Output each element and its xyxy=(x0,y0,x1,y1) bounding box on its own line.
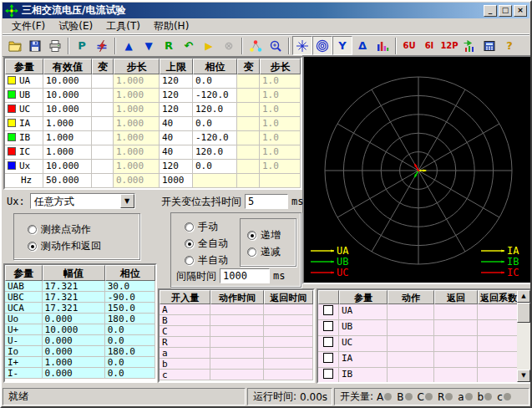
checkbox-cell[interactable] xyxy=(318,352,339,368)
molecule-icon xyxy=(249,39,262,53)
vertical-scrollbar[interactable]: ▲ ▼ xyxy=(517,290,530,382)
row-checkbox[interactable] xyxy=(323,369,333,379)
radio-icon[interactable] xyxy=(185,239,194,248)
radio-icon[interactable] xyxy=(185,222,194,232)
debounce-input[interactable]: 5 xyxy=(245,194,288,209)
step-down-button[interactable]: ▼ xyxy=(139,36,159,55)
radio-icon[interactable] xyxy=(28,242,37,251)
radio-icon[interactable] xyxy=(185,256,194,265)
column-header[interactable]: 变 xyxy=(92,59,114,74)
value-cell[interactable]: 10.000 xyxy=(43,89,92,103)
value-cell[interactable]: 0.0 xyxy=(193,160,237,174)
switch-name: b xyxy=(478,391,484,403)
calculator-button[interactable] xyxy=(479,36,499,55)
checkbox-cell[interactable] xyxy=(318,368,339,384)
menu-help[interactable]: 帮助(H) xyxy=(148,18,195,35)
column-header[interactable]: 有效值 xyxy=(43,59,92,74)
column-header[interactable]: 开入量 xyxy=(160,290,210,304)
value-cell[interactable] xyxy=(193,174,237,188)
column-header[interactable]: 上限 xyxy=(160,59,193,74)
undo-button[interactable]: ↶ xyxy=(179,36,199,55)
column-header[interactable]: 动作 xyxy=(388,290,434,304)
reset-button[interactable]: R xyxy=(159,36,179,55)
menu-test[interactable]: 试验(E) xyxy=(53,18,99,35)
column-header[interactable]: 变 xyxy=(237,59,260,74)
column-header[interactable]: 返回系数 xyxy=(478,290,519,304)
start-test-button[interactable]: ▶ xyxy=(199,36,219,55)
value-cell[interactable]: 0.0 xyxy=(193,117,237,131)
column-header[interactable]: 动作时间 xyxy=(210,290,263,304)
chevron-down-icon[interactable]: ▼ xyxy=(120,194,134,208)
checkbox-cell[interactable] xyxy=(318,320,339,336)
direction-option[interactable]: 递减 xyxy=(247,245,296,259)
column-header[interactable]: 返回 xyxy=(434,290,478,304)
column-header[interactable]: 参量 xyxy=(5,59,43,74)
rings-view-button[interactable] xyxy=(312,36,332,55)
six-i-button[interactable]: 6I xyxy=(419,36,439,55)
auto-mode-option[interactable]: 全自动 xyxy=(185,237,248,251)
menu-file[interactable]: 文件(F) xyxy=(6,18,51,35)
scroll-down-icon[interactable]: ▼ xyxy=(517,370,530,382)
value-cell[interactable]: 1.000 xyxy=(43,131,92,145)
output-map-button[interactable] xyxy=(459,36,479,55)
twelve-p-button[interactable]: 12P xyxy=(439,36,459,55)
radio-icon[interactable] xyxy=(247,247,256,257)
column-header[interactable]: 幅值 xyxy=(43,265,105,281)
auto-mode-option[interactable]: 半自动 xyxy=(185,253,248,268)
bar-graph-button[interactable] xyxy=(372,36,393,55)
value-cell[interactable]: 10.000 xyxy=(43,74,92,89)
parameter-button[interactable]: P xyxy=(72,36,92,55)
delta-connection-button[interactable]: Δ xyxy=(352,36,372,55)
value-cell: 40 xyxy=(160,145,193,160)
checkbox-cell[interactable] xyxy=(318,304,339,320)
value-cell[interactable]: 0.0 xyxy=(193,74,237,89)
vector-diagram-button[interactable] xyxy=(246,36,266,55)
row-checkbox[interactable] xyxy=(323,321,333,331)
six-u-button[interactable]: 6U xyxy=(399,36,419,55)
column-header[interactable]: 返回时间 xyxy=(264,290,313,304)
row-checkbox[interactable] xyxy=(323,305,333,315)
contact-mode-option[interactable]: 测动作和返回 xyxy=(28,239,139,253)
value-cell[interactable]: 10.000 xyxy=(43,160,92,174)
row-checkbox[interactable] xyxy=(323,337,333,347)
radio-icon[interactable] xyxy=(247,231,256,240)
help-button[interactable]: ? xyxy=(499,36,519,55)
value-cell[interactable]: 120.0 xyxy=(193,103,237,117)
row-checkbox[interactable] xyxy=(323,353,333,363)
open-file-button[interactable] xyxy=(5,36,25,55)
value-cell[interactable]: -120.0 xyxy=(193,131,237,145)
wye-connection-button[interactable]: Y xyxy=(332,36,352,55)
column-header[interactable]: 步长 xyxy=(114,59,160,74)
column-header[interactable]: 相位 xyxy=(193,59,237,74)
contact-mode-option[interactable]: 测接点动作 xyxy=(28,222,139,237)
zoom-button[interactable] xyxy=(266,36,286,55)
scroll-up-icon[interactable]: ▲ xyxy=(517,290,530,303)
column-header[interactable]: 参量 xyxy=(339,290,388,304)
value-cell[interactable]: 1.000 xyxy=(43,117,92,131)
value-cell[interactable]: 1.000 xyxy=(43,145,92,160)
ux-mode-select[interactable]: 任意方式 ▼ xyxy=(30,193,135,209)
menu-tools[interactable]: 工具(T) xyxy=(100,18,146,35)
print-button[interactable] xyxy=(45,36,65,55)
save-button[interactable] xyxy=(25,36,45,55)
direction-option[interactable]: 递增 xyxy=(247,228,296,242)
value-cell[interactable]: 50.000 xyxy=(43,174,92,188)
value-cell[interactable]: 10.000 xyxy=(43,103,92,117)
minimize-button[interactable]: _ xyxy=(484,5,497,17)
checkbox-cell[interactable] xyxy=(318,336,339,352)
value-cell[interactable]: 120.0 xyxy=(193,145,237,160)
close-button[interactable]: × xyxy=(514,5,527,17)
auto-mode-option[interactable]: 手动 xyxy=(185,220,248,234)
column-header[interactable] xyxy=(318,290,339,304)
maximize-button[interactable]: □ xyxy=(499,5,512,17)
step-up-button[interactable]: ▲ xyxy=(119,36,139,55)
radio-icon[interactable] xyxy=(28,225,37,234)
scroll-thumb[interactable] xyxy=(517,303,530,323)
column-header[interactable]: 相位 xyxy=(105,265,155,281)
burst-view-button[interactable] xyxy=(292,36,312,55)
column-header[interactable]: 步长 xyxy=(260,59,301,74)
column-header[interactable]: 参量 xyxy=(5,265,43,281)
value-cell[interactable]: -120.0 xyxy=(193,89,237,103)
interval-input[interactable]: 1000 xyxy=(220,268,270,283)
fault-trigger-button[interactable] xyxy=(92,36,112,55)
